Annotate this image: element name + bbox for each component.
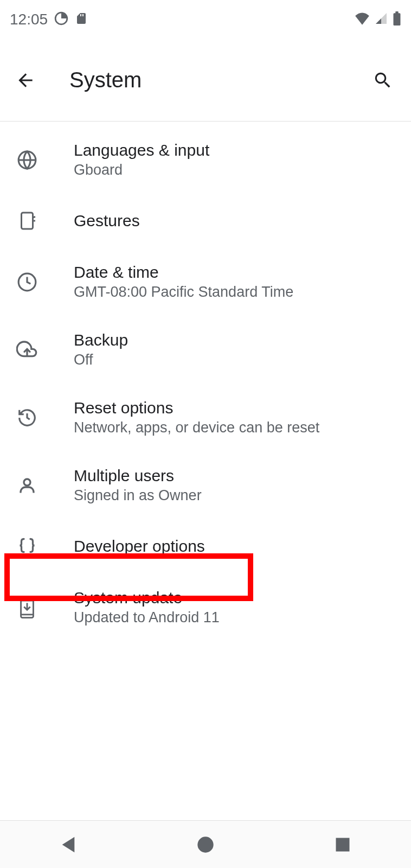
navigation-bar [0, 820, 411, 868]
cloud-upload-icon [15, 338, 39, 362]
svg-rect-5 [22, 213, 33, 229]
setting-title: Date & time [74, 263, 293, 282]
sd-card-icon [75, 12, 88, 27]
status-bar-left: 12:05 [10, 11, 88, 28]
setting-title: Reset options [74, 399, 319, 417]
setting-title: Languages & input [74, 141, 209, 159]
nav-recent-button[interactable] [331, 833, 354, 856]
setting-gestures[interactable]: Gestures [0, 194, 411, 248]
setting-developer-options[interactable]: Developer options [0, 519, 411, 573]
back-button[interactable] [15, 70, 43, 91]
svg-point-8 [24, 479, 30, 486]
setting-subtitle: Gboard [74, 162, 209, 178]
setting-title: Gestures [74, 212, 140, 230]
svg-rect-1 [394, 13, 401, 25]
status-time: 12:05 [10, 11, 48, 28]
page-title: System [69, 68, 370, 92]
nav-back-button[interactable] [57, 833, 80, 856]
setting-title: Multiple users [74, 467, 202, 485]
settings-list: Languages & input Gboard Gestures Date &… [0, 122, 411, 641]
wifi-icon [355, 12, 370, 27]
app-bar: System [0, 39, 411, 122]
clock-icon [15, 270, 39, 294]
person-icon [15, 474, 39, 497]
search-button[interactable] [370, 70, 396, 91]
svg-rect-14 [336, 838, 349, 851]
setting-backup[interactable]: Backup Off [0, 316, 411, 384]
setting-subtitle: Off [74, 352, 128, 368]
globe-icon [15, 148, 39, 172]
status-bar-right [355, 11, 401, 28]
restore-icon [15, 406, 39, 430]
setting-subtitle: Updated to Android 11 [74, 609, 220, 626]
setting-subtitle: Network, apps, or device can be reset [74, 419, 319, 436]
svg-point-13 [197, 837, 213, 852]
cellular-signal-icon [374, 12, 388, 27]
system-update-icon [15, 596, 39, 620]
setting-date-time[interactable]: Date & time GMT-08:00 Pacific Standard T… [0, 248, 411, 316]
setting-reset-options[interactable]: Reset options Network, apps, or device c… [0, 384, 411, 451]
setting-languages-input[interactable]: Languages & input Gboard [0, 126, 411, 194]
status-bar: 12:05 [0, 0, 411, 39]
nav-home-button[interactable] [194, 833, 217, 856]
gestures-icon [15, 209, 39, 233]
setting-multiple-users[interactable]: Multiple users Signed in as Owner [0, 451, 411, 519]
code-braces-icon [15, 534, 39, 558]
data-saver-icon [54, 11, 68, 28]
setting-title: Developer options [74, 537, 205, 556]
setting-subtitle: Signed in as Owner [74, 487, 202, 504]
setting-system-update[interactable]: System update Updated to Android 11 [0, 573, 411, 641]
battery-icon [393, 11, 401, 28]
svg-rect-2 [395, 11, 398, 14]
setting-subtitle: GMT-08:00 Pacific Standard Time [74, 284, 293, 301]
setting-title: System update [74, 589, 220, 607]
setting-title: Backup [74, 331, 128, 349]
